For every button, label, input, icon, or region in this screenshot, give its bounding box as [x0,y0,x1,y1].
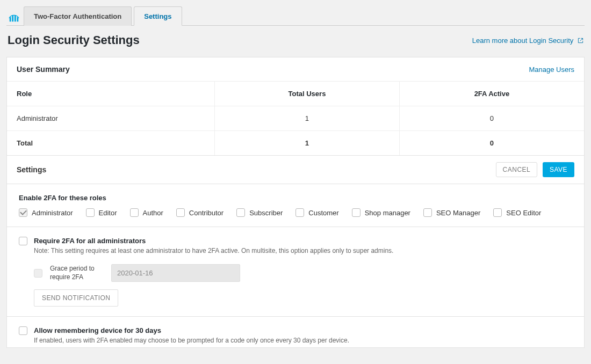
require-2fa-admins-note: Note: This setting requires at least one… [34,247,393,254]
role-label: SEO Editor [506,209,541,217]
learn-more-text: Learn more about Login Security [472,37,574,45]
role-checkbox-seo-editor[interactable] [493,208,502,217]
settings-header: Settings CANCEL SAVE [6,156,585,184]
role-item-editor: Editor [86,208,117,217]
role-label: Contributor [189,209,224,217]
role-label: Customer [308,209,338,217]
role-item-contributor: Contributor [176,208,224,217]
user-summary-panel: User Summary Manage Users Role Total Use… [6,57,585,156]
role-label: Shop manager [365,209,410,217]
require-2fa-admins-checkbox[interactable] [19,237,27,245]
role-label: Subscriber [249,209,283,217]
tab-bar: Two-Factor Authentication Settings [6,6,585,26]
role-checkbox-customer[interactable] [296,208,304,217]
col-2fa-active-header: 2FA Active [399,82,584,106]
grace-period-label: Grace period to require 2FA [50,265,104,281]
role-checkbox-contributor[interactable] [176,208,185,217]
role-checkbox-subscriber[interactable] [236,208,245,217]
table-total-row: Total 1 0 [7,131,584,156]
cell-role: Administrator [7,106,215,131]
role-checkbox-shop-manager[interactable] [352,208,361,217]
col-role-header: Role [7,82,215,106]
role-label: Author [143,209,163,217]
role-item-seo-editor: SEO Editor [493,208,541,217]
role-item-subscriber: Subscriber [236,208,283,217]
remember-device-note: If enabled, users with 2FA enabled may c… [34,337,349,344]
settings-title: Settings [17,165,46,174]
app-logo-icon [6,6,24,26]
enable-2fa-roles-section: Enable 2FA for these roles Administrator… [6,184,585,227]
tab-label: Two-Factor Authentication [34,12,121,20]
grace-period-checkbox[interactable] [34,269,42,278]
role-item-customer: Customer [296,208,338,217]
remember-device-section: Allow remembering device for 30 days If … [6,317,585,348]
remember-device-checkbox[interactable] [19,326,27,335]
page-title: Login Security Settings [8,33,140,47]
role-checkbox-author[interactable] [130,208,139,217]
table-row: Administrator 1 0 [7,106,584,131]
cell-total-label: Total [7,131,215,156]
tab-settings[interactable]: Settings [134,6,182,26]
role-item-shop-manager: Shop manager [352,208,410,217]
col-total-users-header: Total Users [215,82,400,106]
require-2fa-admins-section: Require 2FA for all administrators Note:… [6,227,585,317]
cell-2fa-active: 0 [399,106,584,131]
role-item-author: Author [130,208,163,217]
manage-users-link[interactable]: Manage Users [529,65,574,74]
send-notification-button[interactable]: SEND NOTIFICATION [34,289,118,307]
tab-label: Settings [144,12,171,20]
cancel-button[interactable]: CANCEL [496,162,538,177]
role-label: Editor [99,209,117,217]
save-button[interactable]: SAVE [543,162,574,177]
require-2fa-admins-title: Require 2FA for all administrators [34,237,393,245]
role-checkbox-editor[interactable] [86,208,95,217]
role-label: Administrator [32,209,73,217]
cell-total-users-total: 1 [215,131,400,156]
role-grid: Administrator Editor Author Contributor … [19,208,572,217]
settings-actions: CANCEL SAVE [496,162,574,177]
external-link-icon [578,38,583,43]
cell-2fa-active-total: 0 [399,131,584,156]
remember-device-title: Allow remembering device for 30 days [34,326,349,334]
role-checkbox-seo-manager[interactable] [423,208,432,217]
cell-total-users: 1 [215,106,400,131]
role-item-administrator: Administrator [19,208,73,217]
grace-period-row: Grace period to require 2FA [34,264,572,282]
grace-period-date-input[interactable] [111,264,240,282]
learn-more-link[interactable]: Learn more about Login Security [472,37,583,45]
user-summary-table: Role Total Users 2FA Active Administrato… [7,81,584,155]
tab-two-factor-auth[interactable]: Two-Factor Authentication [24,6,132,26]
role-checkbox-administrator[interactable] [19,208,27,217]
user-summary-heading: User Summary [17,65,70,74]
role-item-seo-manager: SEO Manager [423,208,480,217]
role-label: SEO Manager [436,209,480,217]
enable-2fa-roles-title: Enable 2FA for these roles [19,194,572,202]
